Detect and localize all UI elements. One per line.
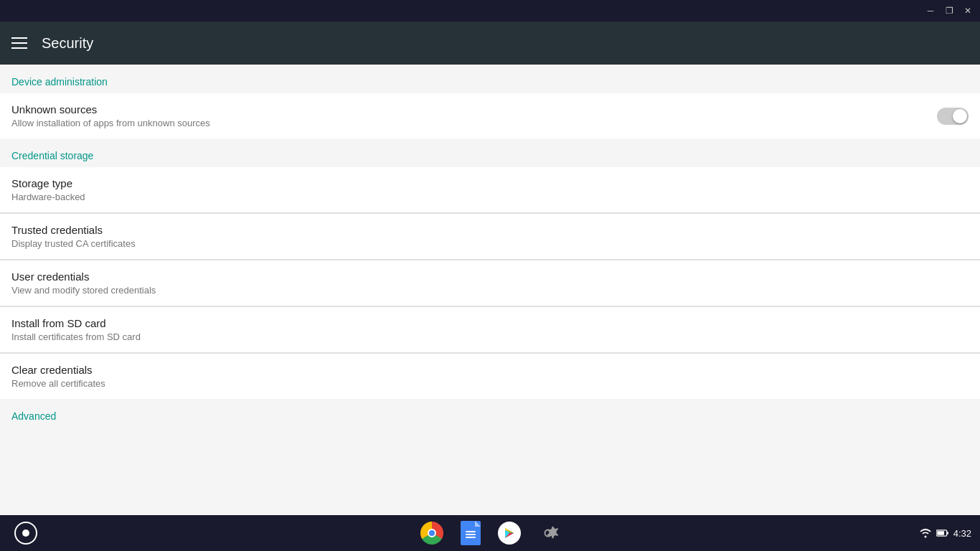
close-button[interactable]: ✕ [961, 4, 974, 17]
page-title: Security [42, 35, 93, 52]
clear-credentials-subtitle: Remove all certificates [11, 378, 105, 389]
unknown-sources-subtitle: Allow installation of apps from unknown … [11, 118, 210, 128]
docs-app-icon[interactable] [453, 515, 489, 551]
section-credential-storage: Credential storage Storage type Hardware… [0, 138, 980, 399]
taskbar: 4:32 [0, 515, 980, 551]
setting-unknown-sources[interactable]: Unknown sources Allow installation of ap… [0, 93, 980, 138]
taskbar-apps [414, 515, 566, 551]
battery-icon [936, 529, 949, 537]
setting-storage-type[interactable]: Storage type Hardware-backed [0, 167, 980, 213]
trusted-credentials-subtitle: Display trusted CA certificates [11, 238, 136, 249]
maximize-button[interactable]: ❐ [943, 4, 956, 17]
section-header-advanced: Advanced [0, 399, 980, 428]
svg-rect-4 [937, 531, 944, 535]
content-area: Device administration Unknown sources Al… [0, 65, 980, 515]
clock-display: 4:32 [953, 528, 971, 539]
user-credentials-title: User credentials [11, 270, 156, 283]
setting-install-from-sd[interactable]: Install from SD card Install certificate… [0, 307, 980, 353]
install-sd-subtitle: Install certificates from SD card [11, 331, 141, 342]
hamburger-menu-icon[interactable] [11, 37, 27, 49]
gear-icon [537, 522, 560, 545]
home-button[interactable] [14, 522, 37, 545]
section-header-credential-storage: Credential storage [0, 138, 980, 167]
toggle-knob [953, 109, 967, 123]
system-tray: 4:32 [910, 515, 980, 551]
settings-app-icon[interactable] [530, 515, 566, 551]
storage-type-subtitle: Hardware-backed [11, 192, 85, 202]
app-bar: Security [0, 22, 980, 65]
section-header-device-administration: Device administration [0, 65, 980, 93]
section-device-administration: Device administration Unknown sources Al… [0, 65, 980, 138]
user-credentials-subtitle: View and modify stored credentials [11, 285, 156, 296]
setting-trusted-credentials[interactable]: Trusted credentials Display trusted CA c… [0, 214, 980, 260]
trusted-credentials-title: Trusted credentials [11, 224, 136, 236]
storage-type-title: Storage type [11, 177, 85, 189]
play-store-app-icon[interactable] [491, 515, 527, 551]
install-sd-title: Install from SD card [11, 317, 141, 329]
unknown-sources-title: Unknown sources [11, 103, 210, 116]
minimize-button[interactable]: ─ [924, 4, 937, 17]
svg-rect-3 [947, 532, 948, 534]
title-bar: ─ ❐ ✕ [0, 0, 980, 22]
section-advanced: Advanced [0, 399, 980, 428]
unknown-sources-toggle[interactable] [937, 108, 969, 125]
setting-clear-credentials[interactable]: Clear credentials Remove all certificate… [0, 354, 980, 399]
clear-credentials-title: Clear credentials [11, 364, 105, 376]
setting-user-credentials[interactable]: User credentials View and modify stored … [0, 260, 980, 306]
chrome-app-icon[interactable] [414, 515, 450, 551]
wifi-icon [919, 528, 932, 538]
